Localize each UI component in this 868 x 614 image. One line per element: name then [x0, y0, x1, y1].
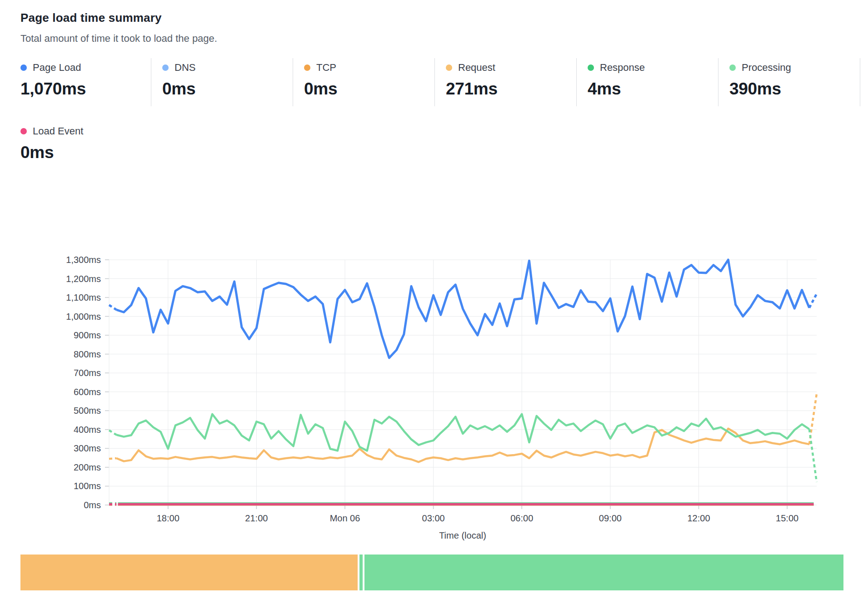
y-tick-label: 100ms — [74, 481, 101, 491]
y-tick-label: 1,000ms — [66, 312, 101, 322]
availability-bar-segment[interactable] — [364, 555, 843, 590]
page-load-summary-panel: Page load time summary Total amount of t… — [0, 0, 868, 614]
y-tick-label: 900ms — [74, 330, 101, 340]
x-axis-title: Time (local) — [439, 530, 486, 540]
series-request — [109, 458, 116, 459]
series-page-load — [109, 305, 116, 310]
x-tick-label: 09:00 — [599, 513, 622, 523]
x-tick-label: 12:00 — [687, 513, 710, 523]
series-processing — [109, 431, 116, 435]
x-tick-label: 18:00 — [157, 513, 180, 523]
y-tick-label: 700ms — [74, 368, 101, 378]
y-tick-label: 1,300ms — [66, 255, 101, 265]
y-tick-label: 200ms — [74, 462, 101, 472]
availability-bar-segment[interactable] — [20, 555, 358, 590]
y-tick-label: 800ms — [74, 349, 101, 359]
series-processing — [116, 414, 809, 451]
x-tick-label: 21:00 — [245, 513, 268, 523]
x-tick-label: 15:00 — [776, 513, 798, 523]
series-page-load — [116, 260, 809, 358]
y-tick-label: 1,200ms — [66, 274, 101, 284]
y-tick-label: 600ms — [74, 387, 101, 397]
page-load-timeseries-chart[interactable]: 0ms100ms200ms300ms400ms500ms600ms700ms80… — [0, 0, 868, 614]
x-tick-label: Mon 06 — [330, 513, 360, 523]
series-page-load — [809, 294, 817, 308]
y-tick-label: 400ms — [74, 425, 101, 435]
availability-bar-segment[interactable] — [359, 555, 363, 590]
y-tick-label: 300ms — [74, 443, 101, 453]
y-tick-label: 0ms — [84, 500, 101, 510]
series-processing — [809, 429, 817, 482]
x-tick-label: 06:00 — [510, 513, 533, 523]
y-tick-label: 1,100ms — [66, 292, 101, 302]
x-tick-label: 03:00 — [422, 513, 445, 523]
y-tick-label: 500ms — [74, 406, 101, 416]
